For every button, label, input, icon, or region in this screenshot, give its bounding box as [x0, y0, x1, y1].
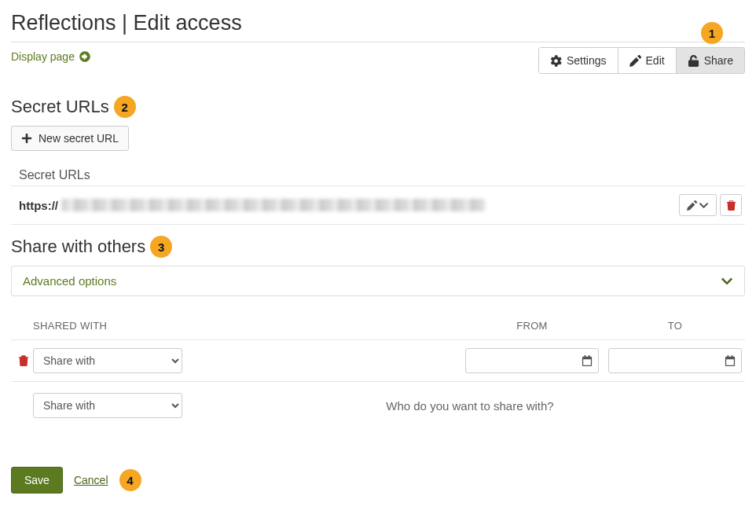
cancel-link[interactable]: Cancel: [74, 474, 108, 486]
share-with-select[interactable]: Share with: [33, 348, 182, 373]
secret-urls-heading-text: Secret URLs: [11, 97, 109, 117]
new-secret-url-label: New secret URL: [39, 132, 119, 145]
annotation-1: 1: [701, 22, 723, 44]
secret-url-prefix: https://: [19, 199, 58, 212]
from-date-input[interactable]: [465, 348, 599, 373]
share-with-others-heading: Share with others 3: [11, 236, 745, 258]
tab-edit[interactable]: Edit: [618, 48, 676, 73]
to-date-input[interactable]: [608, 348, 742, 373]
plus-icon: [21, 133, 32, 144]
share-row: Share with: [11, 340, 745, 382]
unlock-icon: [688, 55, 699, 67]
secret-url-redacted: [61, 199, 486, 211]
share-row-new: Share with Who do you want to share with…: [11, 382, 745, 426]
annotation-2: 2: [114, 96, 136, 118]
annotation-4: 4: [119, 469, 141, 491]
edit-secret-url-button[interactable]: [679, 194, 717, 216]
secret-url-text: https://: [19, 199, 486, 212]
trash-icon: [726, 200, 736, 211]
col-to: TO: [608, 320, 742, 332]
delete-secret-url-button[interactable]: [720, 194, 742, 216]
trash-icon: [18, 355, 29, 366]
share-heading-text: Share with others: [11, 237, 145, 257]
share-table-header: SHARED WITH FROM TO: [11, 312, 745, 340]
advanced-options-label: Advanced options: [23, 274, 116, 288]
share-with-select-new[interactable]: Share with: [33, 393, 182, 418]
arrow-circle-right-icon: [79, 51, 90, 62]
col-shared-with: SHARED WITH: [14, 320, 198, 332]
secret-urls-list-label: Secret URLs: [19, 168, 745, 182]
tab-settings-label: Settings: [567, 54, 607, 67]
gear-icon: [550, 55, 562, 67]
tab-edit-label: Edit: [646, 54, 665, 67]
share-prompt-text: Who do you want to share with?: [198, 399, 742, 413]
advanced-options-toggle[interactable]: Advanced options: [11, 266, 745, 296]
tab-settings[interactable]: Settings: [539, 48, 618, 73]
page-title: Reflections | Edit access: [11, 11, 745, 39]
tab-share[interactable]: Share: [676, 48, 744, 73]
col-from: FROM: [465, 320, 599, 332]
secret-url-row: https://: [11, 185, 745, 225]
pencil-icon: [629, 55, 641, 67]
chevron-down-icon: [721, 275, 733, 288]
display-page-link[interactable]: Display page: [11, 47, 90, 63]
title-divider: [11, 42, 745, 42]
annotation-3: 3: [150, 236, 172, 258]
pencil-icon: [687, 200, 697, 211]
tab-share-label: Share: [704, 54, 733, 67]
new-secret-url-button[interactable]: New secret URL: [11, 126, 129, 151]
page-tabs: Settings Edit Share: [538, 47, 745, 74]
display-page-label: Display page: [11, 50, 75, 63]
chevron-down-icon: [699, 200, 709, 211]
secret-urls-heading: Secret URLs 2: [11, 96, 745, 118]
save-button[interactable]: Save: [11, 467, 63, 493]
remove-share-button[interactable]: [14, 355, 33, 366]
